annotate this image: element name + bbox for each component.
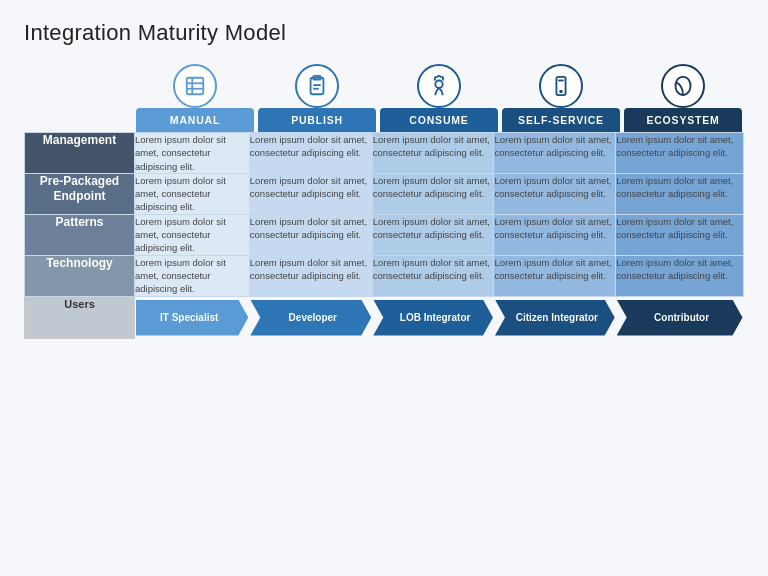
users-item-0: IT Specialist [135,296,250,339]
cell-patterns-1: Lorem ipsum dolor sit amet, consectetur … [249,214,372,255]
cell-patterns-3: Lorem ipsum dolor sit amet, consectetur … [494,214,616,255]
header-area: MANUAL PUBLISH CONSUME SELF-SERVICE ECOS… [24,64,744,132]
cell-patterns-0: Lorem ipsum dolor sit amet, consectetur … [135,214,250,255]
cell-technology-3: Lorem ipsum dolor sit amet, consectetur … [494,255,616,296]
cell-technology-1: Lorem ipsum dolor sit amet, consectetur … [249,255,372,296]
arrow-label-3: Citizen Integrator [495,300,615,336]
row-patterns: PatternsLorem ipsum dolor sit amet, cons… [25,214,744,255]
users-item-4: Contributor [616,296,744,339]
book-icon [173,64,217,108]
cell-prepackaged-4: Lorem ipsum dolor sit amet, consectetur … [616,173,744,214]
row-label-prepackaged: Pre-Packaged Endpoint [25,173,135,214]
page-title: Integration Maturity Model [24,20,744,46]
row-label-patterns: Patterns [25,214,135,255]
cell-patterns-4: Lorem ipsum dolor sit amet, consectetur … [616,214,744,255]
row-users: UsersIT SpecialistDeveloperLOB Integrato… [25,296,744,339]
headers-flex: MANUAL PUBLISH CONSUME SELF-SERVICE ECOS… [134,64,744,132]
arrow-label-4: Contributor [617,300,743,336]
cell-prepackaged-2: Lorem ipsum dolor sit amet, consectetur … [372,173,494,214]
cell-technology-4: Lorem ipsum dolor sit amet, consectetur … [616,255,744,296]
row-management: ManagementLorem ipsum dolor sit amet, co… [25,133,744,174]
brain-icon [417,64,461,108]
cell-patterns-2: Lorem ipsum dolor sit amet, consectetur … [372,214,494,255]
data-table: ManagementLorem ipsum dolor sit amet, co… [24,132,744,339]
grid-container: MANUAL PUBLISH CONSUME SELF-SERVICE ECOS… [24,64,744,339]
col-label-manual: MANUAL [136,108,254,132]
col-label-selfservice: SELF-SERVICE [502,108,620,132]
users-item-2: LOB Integrator [372,296,494,339]
cell-management-4: Lorem ipsum dolor sit amet, consectetur … [616,133,744,174]
cell-technology-2: Lorem ipsum dolor sit amet, consectetur … [372,255,494,296]
col-header-manual: MANUAL [134,64,256,132]
svg-point-10 [560,91,562,93]
col-label-publish: PUBLISH [258,108,376,132]
users-item-3: Citizen Integrator [494,296,616,339]
cell-management-1: Lorem ipsum dolor sit amet, consectetur … [249,133,372,174]
col-header-selfservice: SELF-SERVICE [500,64,622,132]
row-prepackaged: Pre-Packaged EndpointLorem ipsum dolor s… [25,173,744,214]
leaf-icon [661,64,705,108]
row-label-technology: Technology [25,255,135,296]
clipboard-icon [295,64,339,108]
cell-management-0: Lorem ipsum dolor sit amet, consectetur … [135,133,250,174]
arrow-label-0: IT Specialist [136,300,248,336]
col-header-publish: PUBLISH [256,64,378,132]
cell-management-2: Lorem ipsum dolor sit amet, consectetur … [372,133,494,174]
col-label-ecosystem: ECOSYSTEM [624,108,742,132]
col-label-consume: CONSUME [380,108,498,132]
svg-rect-0 [187,78,204,95]
cell-prepackaged-0: Lorem ipsum dolor sit amet, consectetur … [135,173,250,214]
col-header-consume: CONSUME [378,64,500,132]
phone-icon [539,64,583,108]
row-technology: TechnologyLorem ipsum dolor sit amet, co… [25,255,744,296]
arrow-label-2: LOB Integrator [373,300,493,336]
row-label-users: Users [25,296,135,339]
arrow-label-1: Developer [250,300,371,336]
svg-point-8 [435,81,442,88]
col-header-ecosystem: ECOSYSTEM [622,64,744,132]
users-item-1: Developer [249,296,372,339]
cell-management-3: Lorem ipsum dolor sit amet, consectetur … [494,133,616,174]
cell-prepackaged-1: Lorem ipsum dolor sit amet, consectetur … [249,173,372,214]
cell-prepackaged-3: Lorem ipsum dolor sit amet, consectetur … [494,173,616,214]
row-label-management: Management [25,133,135,174]
cell-technology-0: Lorem ipsum dolor sit amet, consectetur … [135,255,250,296]
